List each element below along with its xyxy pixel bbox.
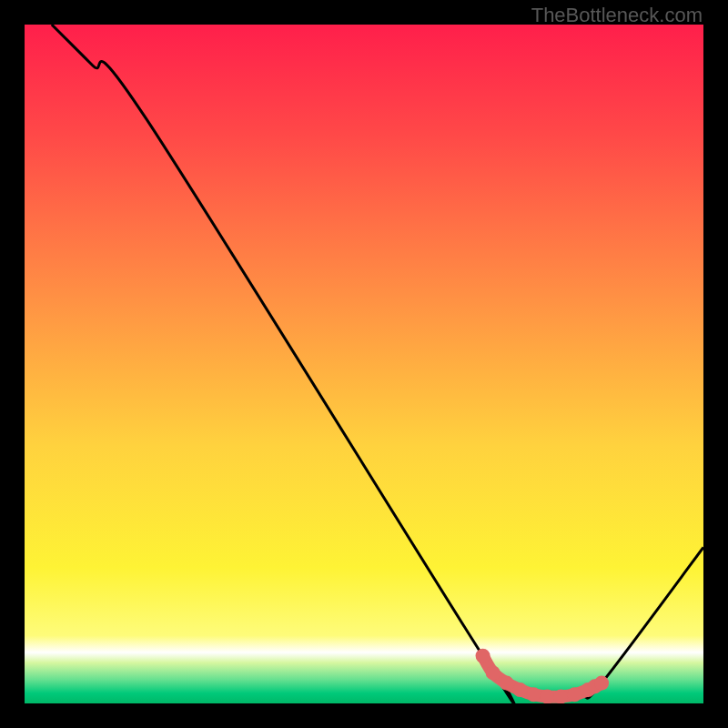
highlight-dot [594, 676, 609, 691]
chart-svg [25, 25, 703, 703]
highlight-dot [553, 690, 568, 703]
highlight-dot [540, 690, 554, 703]
highlight-dot [476, 649, 490, 663]
chart-background [25, 25, 703, 703]
chart-frame [25, 25, 703, 703]
highlight-dot [527, 687, 541, 702]
highlight-dot [567, 687, 581, 702]
highlight-dot [500, 676, 514, 691]
highlight-dot [513, 682, 528, 697]
highlight-dot [486, 665, 500, 680]
